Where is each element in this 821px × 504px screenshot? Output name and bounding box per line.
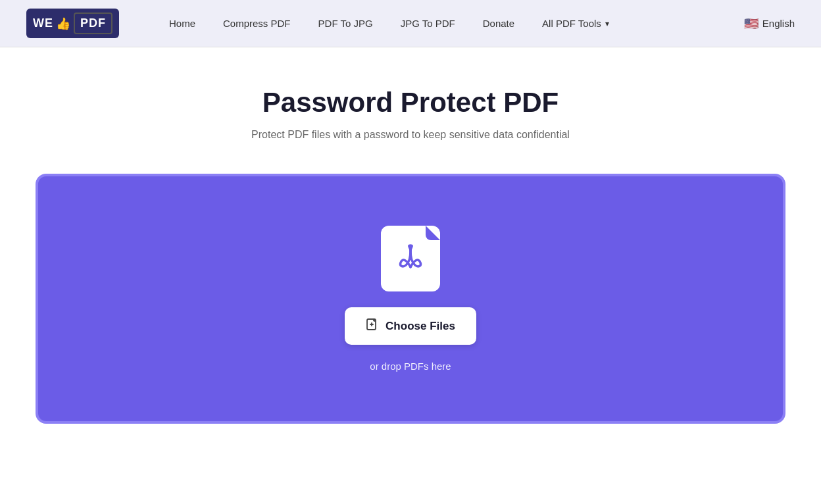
page-title: Password Protect PDF xyxy=(262,87,559,118)
all-tools-label: All PDF Tools xyxy=(542,18,601,29)
logo-we-text: WE xyxy=(33,16,53,30)
nav-compress-pdf[interactable]: Compress PDF xyxy=(212,13,301,34)
acrobat-svg-icon xyxy=(394,241,427,277)
language-selector[interactable]: 🇺🇸 English xyxy=(744,16,795,31)
main-nav: Home Compress PDF PDF To JPG JPG To PDF … xyxy=(159,13,744,34)
logo-thumb-icon: 👍 xyxy=(56,16,71,31)
pdf-file-icon xyxy=(381,226,440,291)
logo[interactable]: WE 👍 PDF xyxy=(26,9,119,38)
nav-all-pdf-tools[interactable]: All PDF Tools ▾ xyxy=(532,13,620,34)
choose-files-label: Choose Files xyxy=(386,320,455,333)
drop-hint-text: or drop PDFs here xyxy=(370,361,451,372)
nav-pdf-to-jpg[interactable]: PDF To JPG xyxy=(308,13,384,34)
nav-donate[interactable]: Donate xyxy=(472,13,525,34)
drop-zone[interactable]: Choose Files or drop PDFs here xyxy=(36,174,785,424)
logo-pdf-text: PDF xyxy=(74,13,112,34)
site-header: WE 👍 PDF Home Compress PDF PDF To JPG JP… xyxy=(0,0,821,47)
chevron-down-icon: ▾ xyxy=(605,19,609,28)
main-content: Password Protect PDF Protect PDF files w… xyxy=(0,47,821,450)
file-plus-icon xyxy=(366,318,379,334)
flag-icon: 🇺🇸 xyxy=(744,16,759,31)
language-label: English xyxy=(762,18,795,29)
nav-jpg-to-pdf[interactable]: JPG To PDF xyxy=(390,13,466,34)
choose-files-button[interactable]: Choose Files xyxy=(345,307,476,345)
page-subtitle: Protect PDF files with a password to kee… xyxy=(251,129,570,141)
nav-home[interactable]: Home xyxy=(159,13,206,34)
